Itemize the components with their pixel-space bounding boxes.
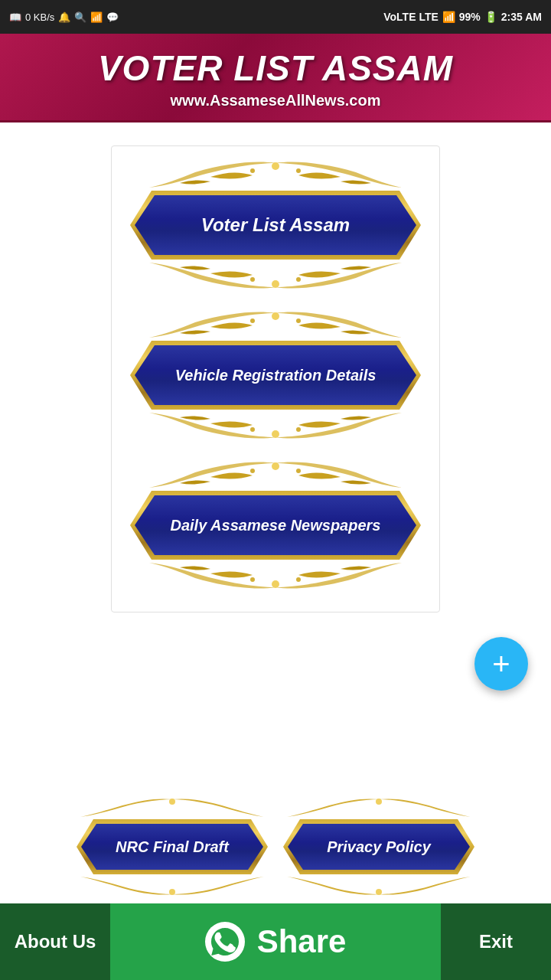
- action-bar: About Us Share Exit: [0, 903, 551, 980]
- ornament-nrc-top: [77, 798, 268, 819]
- header: VOTER LIST ASSAM www.AssameseAllNews.com: [0, 34, 551, 122]
- app-title: VOTER LIST ASSAM: [8, 47, 543, 89]
- svg-point-7: [250, 318, 255, 323]
- data-speed: 0 KB/s: [25, 11, 54, 23]
- ornament-bottom-1: [134, 260, 417, 289]
- svg-point-20: [376, 799, 382, 805]
- svg-point-1: [250, 168, 255, 173]
- ornament-bottom-2: [134, 410, 417, 439]
- whatsapp-icon: [205, 922, 245, 962]
- nrc-wrapper: NRC Final Draft: [77, 798, 268, 896]
- svg-point-15: [272, 580, 279, 588]
- svg-point-10: [250, 427, 255, 432]
- nrc-label: NRC Final Draft: [81, 824, 263, 870]
- exit-button[interactable]: Exit: [441, 903, 551, 980]
- daily-news-wrapper: Daily Assamese Newspapers: [135, 462, 416, 589]
- svg-point-9: [272, 430, 279, 438]
- svg-point-6: [272, 312, 279, 320]
- exit-label: Exit: [479, 931, 513, 952]
- about-label: About Us: [15, 931, 96, 952]
- daily-news-button[interactable]: Daily Assamese Newspapers: [130, 491, 421, 560]
- svg-point-0: [272, 162, 279, 170]
- status-left: 📖 0 KB/s 🔔 🔍 📶 💬: [9, 11, 119, 23]
- vehicle-reg-wrapper: Vehicle Registration Details: [135, 312, 416, 439]
- svg-point-8: [296, 318, 301, 323]
- svg-point-4: [250, 277, 255, 282]
- svg-point-14: [296, 469, 301, 473]
- website-subtitle: www.AssameseAllNews.com: [8, 92, 543, 109]
- privacy-button[interactable]: Privacy Policy: [283, 819, 474, 874]
- svg-point-12: [272, 462, 279, 470]
- voter-list-wrapper: Voter List Assam: [135, 162, 416, 289]
- notification-icon: 🔔: [58, 11, 70, 23]
- svg-point-21: [376, 889, 382, 895]
- privacy-wrapper: Privacy Policy: [283, 798, 474, 896]
- ornament-privacy-top: [283, 798, 474, 819]
- battery-icon: 🔋: [484, 11, 497, 23]
- svg-point-17: [296, 577, 301, 582]
- svg-point-3: [272, 280, 279, 288]
- status-bar: 📖 0 KB/s 🔔 🔍 📶 💬 VoLTE LTE 📶 99% 🔋 2:35 …: [0, 0, 551, 34]
- menu-card: Voter List Assam: [111, 145, 440, 612]
- lte-label: VoLTE LTE: [383, 11, 439, 23]
- book-icon: 📖: [9, 11, 21, 23]
- nrc-button[interactable]: NRC Final Draft: [77, 819, 268, 874]
- svg-point-13: [250, 469, 255, 473]
- signal-icon: 📶: [90, 11, 103, 23]
- ornament-bottom-3: [134, 560, 417, 589]
- battery-level: 99%: [459, 11, 481, 23]
- bottom-button-row: NRC Final Draft Privacy Policy: [0, 790, 551, 903]
- search-icon: 🔍: [74, 11, 86, 23]
- ornament-top-1: [134, 162, 417, 191]
- ornament-nrc-bottom: [77, 874, 268, 896]
- daily-news-label: Daily Assamese Newspapers: [135, 495, 416, 555]
- svg-point-16: [250, 577, 255, 582]
- share-button[interactable]: Share: [110, 903, 441, 980]
- svg-point-11: [296, 427, 301, 432]
- ornament-privacy-bottom: [283, 874, 474, 896]
- voter-list-button[interactable]: Voter List Assam: [130, 191, 421, 260]
- vehicle-reg-label: Vehicle Registration Details: [135, 345, 416, 405]
- privacy-label: Privacy Policy: [288, 824, 470, 870]
- share-label: Share: [257, 923, 347, 960]
- main-content: Voter List Assam: [0, 122, 551, 790]
- wechat-icon: 💬: [106, 11, 119, 23]
- svg-point-18: [169, 799, 175, 805]
- about-button[interactable]: About Us: [0, 903, 110, 980]
- svg-point-2: [296, 168, 301, 173]
- signal-bars: 📶: [442, 11, 455, 23]
- status-right: VoLTE LTE 📶 99% 🔋 2:35 AM: [383, 11, 542, 23]
- clock: 2:35 AM: [501, 11, 542, 23]
- ornament-top-2: [134, 312, 417, 341]
- fab-button[interactable]: +: [474, 637, 528, 691]
- vehicle-reg-button[interactable]: Vehicle Registration Details: [130, 341, 421, 410]
- svg-point-19: [169, 889, 175, 895]
- svg-point-5: [296, 277, 301, 282]
- ornament-top-3: [134, 462, 417, 491]
- voter-list-label: Voter List Assam: [135, 195, 416, 255]
